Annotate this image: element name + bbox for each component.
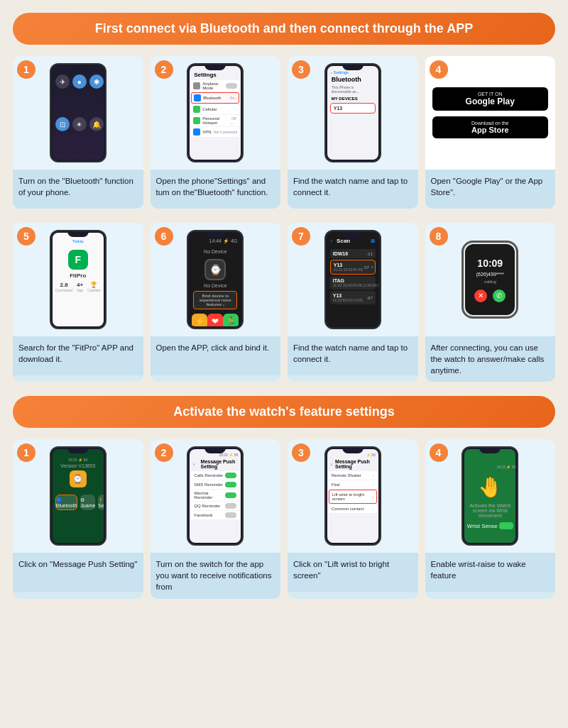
lift-find: Find › [329,480,377,489]
brightness-icon: ☀ [72,117,87,131]
call-status: calling [484,280,496,284]
steps-grid-row2: 5 Today F FitPro 2.8 Connected [13,223,555,382]
app-bind-header: No Device [192,245,239,256]
bluetooth-icon: ✱ [89,75,104,89]
no-device-text: No Device [192,283,239,288]
watch-msg-content: 18:22 ⚡ 99 Version V13653 ⌚ 🔵Bluetooth ⚙… [53,449,104,543]
settings-screen: Settings Airplane Mode Bluetooth On › [190,66,241,160]
bluetooth-screen: ‹ Settings Bluetooth This iPhone is disc… [327,66,378,160]
step-3-number: 3 [292,60,310,79]
activate-step-1-card: 1 18:22 ⚡ 99 Version V13653 ⌚ 🔵Bluetooth… [13,439,143,598]
watch-grid-juame[interactable]: ⚙Juame [80,495,95,510]
step-3-image: 3 ‹ Settings Bluetooth This iPhone is di… [288,56,418,170]
phone-notch-3 [342,65,364,70]
step-6-card: 6 14:44 ⚡ 4G No Device ⌚ No Device Bind … [151,223,281,382]
appstore-line1: Download on the [439,121,542,126]
msg-push-content: 18:22 ⚡ 50 ‹ Message Push Setting Calls … [190,449,241,543]
watch-call-screen: 10:09 (626)499**** calling ✕ ✆ [465,244,515,315]
step-6-image: 6 14:44 ⚡ 4G No Device ⌚ No Device Bind … [151,223,281,336]
step-8-card: 8 10:09 (626)499**** calling ✕ ✆ After c… [425,223,556,382]
scan-item-y13[interactable]: Y13 21:22:33:03:0F:FE -57 › [330,260,376,275]
phone-notch-a1 [67,448,89,453]
caller-number: (626)499**** [476,272,504,277]
activate-step-1-number: 1 [17,443,36,462]
activate-step-1-desc: Click on "Message Push Setting" [13,553,143,592]
step-2-image: 2 Settings Airplane Mode Bluetooth [151,56,281,170]
phone-mockup-a4: 18:23 ⚡ 99 🤚 Activate the Watch screen v… [462,446,518,546]
phone-notch-7 [342,231,364,237]
lift-common-contact: Common contact › [329,504,377,513]
airplane-toggle [226,83,237,89]
step-5-number: 5 [17,227,36,246]
mute-icon: 🔔 [89,117,104,131]
settings-bluetooth[interactable]: Bluetooth On › [191,92,239,104]
step-6-number: 6 [155,227,173,246]
wifi-icon: ● [72,75,87,89]
google-play-button[interactable]: GET IT ON Google Play [432,87,549,111]
gplay-line1: GET IT ON [441,92,540,96]
activate-step-4-card: 4 18:23 ⚡ 99 🤚 Activate the Watch screen… [425,439,556,598]
lift-wrist-to-bright[interactable]: Lift wrist to bright screen › [329,490,377,504]
activate-step-3-card: 3 ⚡ 50 ‹ Message Push Setting Remote Shu… [288,439,418,598]
accept-button[interactable]: ✆ [493,289,506,302]
step-4-card: 4 GET IT ON Google Play Download on the … [425,56,556,209]
phone-mockup-6: 14:44 ⚡ 4G No Device ⌚ No Device Bind de… [187,230,244,329]
watch-grid-bt[interactable]: 🔵Bluetooth [55,495,78,510]
scan-item-y13-2: Y13 21:22:B3:02:C0:FE -97 [330,291,376,304]
scan-screen: ‹ Scan ⊞ IDW16 -21 Y13 [327,233,378,326]
phone-mockup-3: ‹ Settings Bluetooth This iPhone is disc… [324,63,381,162]
step-6-desc: Open the APP, click and bind it. [151,336,281,375]
step-2-card: 2 Settings Airplane Mode Bluetooth [151,56,281,209]
phone-notch-a2 [204,448,226,453]
phone-mockup-5: Today F FitPro 2.8 Connected 4+ App [50,230,106,329]
settings-vpn: VPN Not Connected [191,127,239,137]
app-feature-icon3: 🏃 [223,314,239,326]
qq-toggle[interactable] [225,503,236,509]
phone-mockup-a2: 18:22 ⚡ 50 ‹ Message Push Setting Calls … [187,446,244,546]
wrist-sense-content: 18:23 ⚡ 99 🤚 Activate the Watch screen v… [464,449,515,543]
app-store-button[interactable]: Download on the App Store [432,116,549,138]
watch-grid-sedentary[interactable]: 🚶Sedentary [98,495,103,510]
phone-mockup-7: ‹ Scan ⊞ IDW16 -21 Y13 [324,230,381,329]
smartwatch-call: 10:09 (626)499**** calling ✕ ✆ [462,241,518,319]
step-1-card: 1 ✈ ● ✱ ◐ ⊡ ☀ [13,56,143,209]
step-1-image: 1 ✈ ● ✱ ◐ ⊡ ☀ [13,56,143,170]
step-1-desc: Turn on the "Bluetooth" function of your… [13,170,143,209]
msg-facebook: Facebook [191,511,239,519]
wrist-toggle-row: Wrist Sense [467,522,513,529]
step-4-image: 4 GET IT ON Google Play Download on the … [425,56,556,170]
wrist-sense-label: Wrist Sense [467,523,498,529]
phone-mockup-2: Settings Airplane Mode Bluetooth On › [187,63,244,162]
phone-notch-a3 [342,448,364,453]
phone-notch-6 [204,231,226,237]
activate-step-2-image: 2 18:22 ⚡ 50 ‹ Message Push Setting Call… [151,439,281,553]
wechat-toggle[interactable] [225,492,236,498]
step-4-desc: Open "Google Play" or the App Store". [425,170,556,209]
step-5-card: 5 Today F FitPro 2.8 Connected [13,223,143,382]
sms-toggle[interactable] [225,482,236,487]
calls-toggle[interactable] [225,473,236,478]
bt-y13-device[interactable]: Y13 [330,103,376,114]
step-5-desc: Search for the "FitPro" APP and download… [13,336,143,375]
airplane-icon: ✈ [55,75,70,89]
activate-step-2-desc: Turn on the switch for the app you want … [151,553,281,598]
fitpro-name: FitPro [55,272,102,279]
scan-item-itag: ITAG 11:22:10:A5:85:06:11:80:81:03 -72 [330,276,376,289]
signal-icon: ⊡ [55,117,70,131]
fb-toggle[interactable] [225,512,236,518]
step-3-card: 3 ‹ Settings Bluetooth This iPhone is di… [288,56,418,209]
decline-button[interactable]: ✕ [474,289,487,302]
fitpro-content: Today F FitPro 2.8 Connected 4+ App [53,233,104,326]
wrist-toggle[interactable] [499,522,513,529]
phone-mockup-1: ✈ ● ✱ ◐ ⊡ ☀ 🔔 ⊞ [50,63,106,162]
phone-mockup-a3: ⚡ 50 ‹ Message Push Setting Remote Shutt… [324,446,381,546]
wrist-desc: Activate the Watch screen via Wrist move… [464,503,515,518]
app-feature-icon2: ❤ [207,314,223,326]
bt-title: Bluetooth [329,76,377,85]
step-7-number: 7 [292,227,310,246]
lift-remote-shutter: Remote Shutter › [329,471,377,480]
hotspot-icon [193,117,200,124]
settings-hotspot: Personal Hotspot Off › [191,115,239,126]
bind-device-button[interactable]: Bind device to experience more features … [193,291,237,309]
msg-wechat: Wechat Reminder [191,490,239,501]
